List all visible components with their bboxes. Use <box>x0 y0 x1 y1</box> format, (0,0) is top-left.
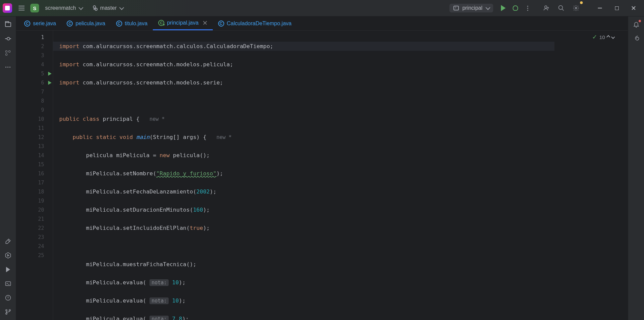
line-number[interactable]: 21 <box>16 214 53 223</box>
left-tool-stripe <box>0 16 16 320</box>
line-number[interactable]: 4 <box>16 60 53 69</box>
line-number[interactable]: 11 <box>16 123 53 133</box>
tab-calculadora[interactable]: CCalculadoraDeTiempo.java <box>213 16 297 30</box>
line-number[interactable]: 6 <box>16 78 53 87</box>
tab-label: principal.java <box>167 20 198 26</box>
close-icon <box>631 6 636 10</box>
close-tab-icon[interactable] <box>203 21 207 25</box>
class-icon: C <box>67 21 73 27</box>
run-gutter-icon[interactable] <box>48 72 52 76</box>
commit-icon <box>5 38 11 39</box>
close-button[interactable] <box>626 3 641 13</box>
editor[interactable]: 1 2 3 4 5 6 7 8 9 10 11 12 13 14 15 16 1… <box>16 31 628 320</box>
chevron-down-icon <box>485 5 490 10</box>
chevron-down-icon[interactable] <box>611 35 615 39</box>
project-badge: S <box>30 4 39 12</box>
commit-tool-button[interactable] <box>4 35 12 43</box>
more-actions-button[interactable] <box>521 2 534 14</box>
problems-indicator[interactable]: ✓ 10 <box>592 33 614 41</box>
class-runnable-icon: C <box>158 20 164 26</box>
line-number[interactable]: 8 <box>16 96 53 105</box>
run-config-selector[interactable]: principal <box>449 4 493 12</box>
line-number[interactable]: 3 <box>16 51 53 60</box>
project-tool-button[interactable] <box>4 21 12 29</box>
title-bar: S screenmatch master principal <box>0 0 644 16</box>
run-tool-button[interactable] <box>4 265 12 274</box>
branch-icon <box>92 5 98 11</box>
line-number[interactable]: 14 <box>16 151 53 160</box>
terminal-tool-button[interactable] <box>4 280 12 288</box>
bug-icon <box>513 5 518 11</box>
settings-button[interactable] <box>570 2 582 14</box>
line-number[interactable]: 1 <box>16 33 53 42</box>
line-number[interactable]: 10 <box>16 114 53 123</box>
bell-icon <box>633 21 640 28</box>
branch-name: master <box>100 5 117 11</box>
vcs-tool-button[interactable] <box>4 308 12 316</box>
problems-tool-button[interactable] <box>4 294 12 302</box>
tab-label: serie.java <box>33 21 56 27</box>
notifications-button[interactable] <box>632 21 640 29</box>
gutter[interactable]: 1 2 3 4 5 6 7 8 9 10 11 12 13 14 15 16 1… <box>16 31 53 320</box>
folder-icon <box>5 22 11 27</box>
line-number[interactable]: 16 <box>16 169 53 178</box>
ai-assistant-button[interactable] <box>632 35 640 43</box>
check-icon: ✓ <box>592 33 597 41</box>
structure-tool-button[interactable] <box>4 49 12 57</box>
tab-principal[interactable]: Cprincipal.java <box>153 16 212 30</box>
line-number[interactable]: 25 <box>16 251 53 260</box>
git-branch-icon <box>5 309 11 315</box>
tab-titulo[interactable]: Ctitulo.java <box>111 16 153 30</box>
main-menu-button[interactable] <box>16 3 27 13</box>
svg-point-2 <box>575 7 577 9</box>
editor-tab-bar: Cserie.java Cpelicula.java Ctitulo.java … <box>16 16 628 31</box>
dots-vertical-icon <box>527 6 528 11</box>
search-icon <box>558 5 565 11</box>
project-selector[interactable]: screenmatch <box>42 4 86 12</box>
person-add-icon <box>543 5 550 11</box>
code-with-me-button[interactable] <box>540 2 552 14</box>
run-gutter-icon[interactable] <box>48 81 52 85</box>
line-number[interactable]: 18 <box>16 187 53 196</box>
tab-label: pelicula.java <box>75 21 105 27</box>
line-number[interactable]: 19 <box>16 196 53 205</box>
line-number[interactable]: 5 <box>16 69 53 78</box>
svg-point-7 <box>9 310 10 311</box>
line-number[interactable]: 22 <box>16 223 53 233</box>
line-number[interactable]: 12 <box>16 133 53 142</box>
line-number[interactable]: 9 <box>16 105 53 114</box>
more-tools-button[interactable] <box>4 63 12 71</box>
play-outline-icon <box>6 267 10 272</box>
problems-count: 10 <box>599 34 605 40</box>
line-number[interactable]: 17 <box>16 178 53 187</box>
terminal-icon <box>5 280 11 287</box>
class-icon: C <box>24 21 30 27</box>
app-logo-icon <box>3 3 12 13</box>
services-tool-button[interactable] <box>4 251 12 259</box>
line-number[interactable]: 24 <box>16 242 53 251</box>
minimize-icon <box>598 8 602 8</box>
build-tool-button[interactable] <box>4 237 12 245</box>
main-area: Cserie.java Cpelicula.java Ctitulo.java … <box>0 16 644 320</box>
svg-rect-3 <box>5 282 10 286</box>
run-button[interactable] <box>497 2 509 14</box>
chevron-up-icon[interactable] <box>606 35 610 39</box>
class-icon: C <box>116 21 122 27</box>
search-button[interactable] <box>555 2 567 14</box>
maximize-button[interactable] <box>609 3 624 13</box>
line-number[interactable]: 7 <box>16 87 53 96</box>
line-number[interactable]: 20 <box>16 205 53 214</box>
line-number[interactable]: 2 <box>16 42 53 51</box>
line-number[interactable]: 23 <box>16 233 53 242</box>
git-branch-selector[interactable]: master <box>89 4 126 12</box>
tab-pelicula[interactable]: Cpelicula.java <box>61 16 110 30</box>
run-config-icon <box>453 6 459 10</box>
debug-button[interactable] <box>509 2 521 14</box>
line-number[interactable]: 13 <box>16 142 53 151</box>
tab-serie[interactable]: Cserie.java <box>19 16 61 30</box>
run-config-name: principal <box>462 5 482 11</box>
code-area[interactable]: import com.aluracursos.screenmatch.calcu… <box>53 31 628 320</box>
line-number[interactable]: 15 <box>16 160 53 169</box>
svg-point-1 <box>559 6 563 10</box>
minimize-button[interactable] <box>592 3 608 13</box>
